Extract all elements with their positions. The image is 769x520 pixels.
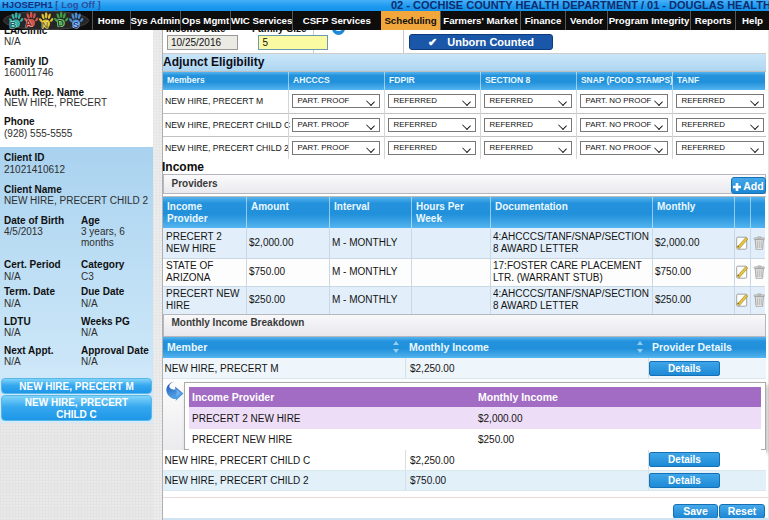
svg-text:B: B — [10, 19, 17, 30]
svg-text:S: S — [73, 19, 79, 30]
svg-text:N: N — [42, 19, 49, 30]
svg-text:D: D — [57, 17, 65, 29]
